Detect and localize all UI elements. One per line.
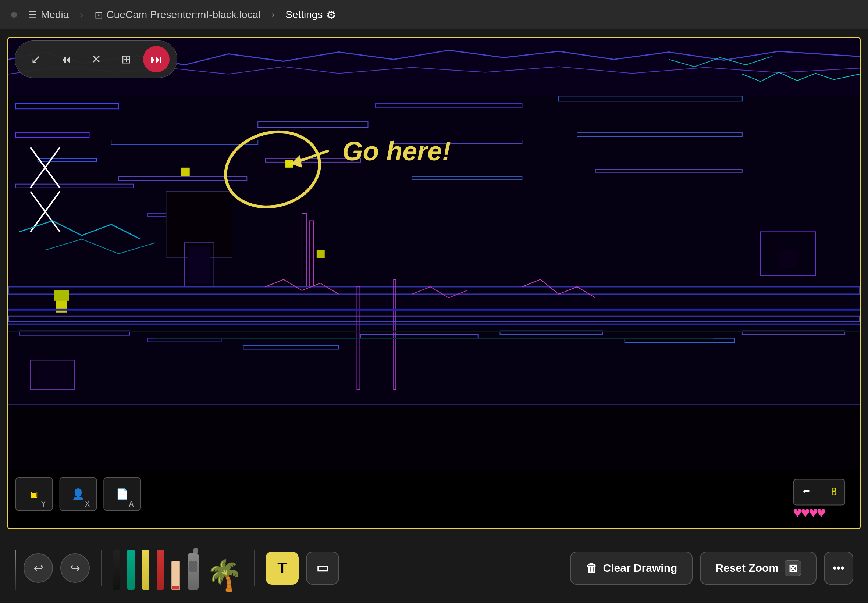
divider-1 (101, 550, 102, 586)
chevron-icon: › (271, 9, 274, 20)
clear-drawing-button[interactable]: 🗑 Clear Drawing (570, 552, 693, 584)
svg-rect-48 (8, 323, 860, 325)
floating-toolbar: ↙ ⏮ ✕ ⊞ ⏭ (15, 40, 177, 78)
reset-zoom-icon: ⊠ (784, 560, 801, 576)
svg-text:⬅: ⬅ (803, 484, 809, 498)
cuecam-menu-item[interactable]: ⊡ CueCam Presenter:mf-black.local (94, 9, 261, 21)
red-marker-tool[interactable] (157, 542, 164, 594)
svg-rect-27 (181, 168, 190, 176)
divider-2 (254, 550, 255, 586)
svg-rect-52 (8, 404, 860, 405)
media-icon: ☰ (28, 9, 37, 21)
gear-icon: ⚙ (326, 8, 336, 21)
cuecam-label: CueCam Presenter:mf-black.local (107, 9, 261, 20)
svg-text:Y: Y (41, 499, 46, 509)
svg-rect-40 (34, 363, 71, 386)
svg-rect-44 (779, 250, 797, 268)
more-icon: ••• (833, 562, 845, 574)
svg-text:A: A (129, 499, 134, 509)
window-dot (11, 12, 17, 18)
svg-text:👤: 👤 (72, 488, 85, 500)
svg-rect-63 (793, 479, 845, 505)
settings-menu-item[interactable]: Settings ⚙ (285, 8, 336, 21)
svg-rect-29 (317, 250, 325, 258)
text-tool-icon: T (277, 559, 287, 577)
spray-tool[interactable] (187, 542, 199, 594)
menu-bar: ☰ Media › ⊡ CueCam Presenter:mf-black.lo… (0, 0, 868, 29)
svg-rect-24 (188, 246, 210, 283)
svg-text:📄: 📄 (116, 488, 129, 500)
back-button[interactable]: ⏮ (53, 46, 79, 73)
next-button[interactable]: ⏭ (143, 46, 170, 73)
bottom-toolbar: ↩ ↪ (0, 533, 868, 603)
svg-rect-46 (54, 291, 69, 301)
undo-icon: ↩ (34, 561, 43, 575)
separator-1: › (80, 9, 83, 20)
svg-text:Go here!: Go here! (342, 136, 451, 166)
svg-text:X: X (85, 499, 90, 509)
reset-zoom-label: Reset Zoom (715, 562, 778, 574)
selector-icon: ▭ (316, 560, 329, 576)
svg-rect-47 (8, 309, 860, 311)
settings-label: Settings (285, 9, 323, 20)
more-options-button[interactable]: ••• (824, 552, 853, 584)
game-screen: ▣ Y 👤 X 📄 A ⬅ B ♥♥♥♥ (7, 37, 861, 529)
game-background: ▣ Y 👤 X 📄 A ⬅ B ♥♥♥♥ (8, 38, 860, 528)
eraser-tool[interactable] (172, 542, 180, 594)
svg-rect-50 (155, 338, 713, 339)
media-label: Media (41, 9, 69, 20)
svg-text:▣: ▣ (31, 488, 37, 500)
fit-button[interactable]: ⊞ (113, 46, 139, 73)
undo-button[interactable]: ↩ (23, 554, 53, 583)
redo-button[interactable]: ↪ (60, 554, 90, 583)
cuecam-icon: ⊡ (94, 9, 103, 21)
redo-icon: ↪ (70, 561, 80, 575)
text-tool-button[interactable]: T (266, 552, 299, 584)
selector-button[interactable]: ▭ (306, 552, 339, 584)
main-content: ↙ ⏮ ✕ ⊞ ⏭ (0, 29, 868, 603)
reset-zoom-button[interactable]: Reset Zoom ⊠ (700, 552, 817, 584)
svg-text:♥♥♥♥: ♥♥♥♥ (793, 506, 825, 521)
trash-icon: 🗑 (586, 561, 597, 575)
close-button[interactable]: ✕ (83, 46, 109, 73)
svg-rect-49 (8, 331, 860, 332)
svg-text:B: B (831, 486, 837, 498)
resize-button[interactable]: ↙ (22, 46, 49, 73)
black-marker-tool[interactable] (113, 542, 120, 594)
teal-marker-tool[interactable] (127, 542, 135, 594)
game-canvas: ▣ Y 👤 X 📄 A ⬅ B ♥♥♥♥ (8, 38, 860, 528)
media-menu-item[interactable]: ☰ Media (28, 9, 69, 21)
palm-tool[interactable]: 🌴 (206, 542, 243, 594)
thin-pen-tool[interactable] (15, 542, 16, 594)
clear-drawing-label: Clear Drawing (603, 562, 678, 574)
yellow-marker-tool[interactable] (142, 542, 149, 594)
